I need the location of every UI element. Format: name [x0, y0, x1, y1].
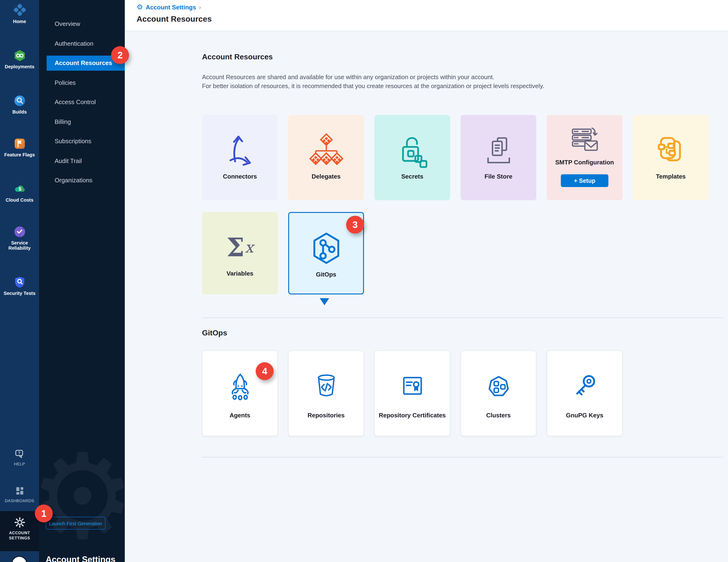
annotation-badge-1: 1 [35, 505, 53, 522]
sidebar-item-account-settings[interactable]: ACCOUNT SETTINGS [0, 516, 39, 541]
sidebar-item-label: Cloud Costs [0, 197, 39, 202]
sidebar-item-help[interactable]: ? HELP [0, 449, 39, 467]
gnupg-keys-card[interactable]: GnuPG Keys [547, 351, 623, 436]
connectors-card[interactable]: Connectors [202, 115, 278, 200]
section-description: Account Resources are shared and availab… [202, 73, 544, 90]
card-label: Variables [204, 265, 275, 282]
card-label: Agents [205, 407, 275, 424]
description-line: Account Resources are shared and availab… [202, 73, 544, 81]
card-label: Clusters [463, 407, 534, 424]
security-tests-icon [0, 275, 39, 289]
help-icon: ? [0, 449, 39, 460]
card-label: File Store [463, 168, 534, 185]
section-title: Account Resources [202, 53, 273, 61]
repository-certificates-icon [375, 361, 450, 411]
repositories-card[interactable]: Repositories [288, 351, 364, 436]
section-divider [202, 457, 723, 457]
sidebar-item-deployments[interactable]: Deployments [0, 49, 39, 69]
svg-text:$: $ [18, 186, 21, 191]
sidebar-item-label: Deployments [0, 64, 39, 69]
page-header: ⚙ Account Settings › Account Resources [125, 0, 728, 31]
sidebar-item-label: Feature Flags [0, 152, 39, 157]
settings-nav-authentication[interactable]: Authentication [39, 34, 125, 53]
builds-icon [0, 94, 39, 107]
repositories-icon [289, 361, 364, 411]
sidebar-item-label: HELP [0, 462, 39, 467]
templates-card[interactable]: Templates [633, 115, 709, 200]
user-avatar[interactable]: MC [11, 556, 27, 562]
clusters-icon [461, 361, 536, 411]
card-label: SMTP Configuration [549, 154, 620, 169]
sidebar-item-label: Service Reliability [0, 240, 39, 250]
sidebar-item-security-tests[interactable]: Security Tests [0, 275, 39, 296]
settings-nav-list: Overview Authentication Account Resource… [39, 14, 125, 190]
resource-cards-row-1: Connectors [202, 115, 709, 200]
gitops-pointer-icon [320, 298, 329, 305]
sidebar-item-label: Builds [0, 109, 39, 114]
launch-first-generation-button[interactable]: Launch First Generation [46, 517, 105, 530]
deployments-icon [0, 49, 39, 62]
gear-watermark-icon: ⚙ [39, 438, 125, 556]
card-label: GitOps [291, 266, 361, 283]
feature-flags-icon [0, 137, 39, 150]
primary-sidebar: Home Deployments Builds [0, 0, 39, 562]
sidebar-item-dashboards[interactable]: DASHBOARDS [0, 485, 39, 504]
sidebar-item-label: DASHBOARDS [0, 498, 39, 504]
sidebar-item-feature-flags[interactable]: Feature Flags [0, 137, 39, 157]
settings-nav-subscriptions[interactable]: Subscriptions [39, 131, 125, 151]
service-reliability-icon [0, 225, 39, 238]
resource-cards-row-2: Σx Variables GitOps [202, 212, 364, 295]
sidebar-item-label: ACCOUNT SETTINGS [0, 530, 39, 541]
settings-nav-billing[interactable]: Billing [39, 112, 125, 131]
sidebar-item-service-reliability[interactable]: Service Reliability [0, 225, 39, 250]
sidebar-item-label: Security Tests [0, 291, 39, 296]
file-store-card[interactable]: File Store [461, 115, 536, 200]
gear-icon [0, 516, 39, 529]
sidebar-item-label: Home [0, 19, 39, 24]
settings-panel-title: Account Settings [46, 555, 115, 562]
smtp-setup-button[interactable]: + Setup [561, 174, 608, 187]
description-line: For better isolation of resources, it is… [202, 81, 544, 90]
delegates-card[interactable]: Delegates [288, 115, 364, 200]
sidebar-item-home[interactable]: Home [0, 3, 39, 24]
page-title: Account Resources [137, 15, 212, 24]
annotation-badge-3: 3 [346, 216, 364, 234]
settings-sidebar: ⚙ Overview Authentication Account Resour… [39, 0, 125, 562]
card-label: Connectors [204, 168, 275, 185]
repository-certificates-card[interactable]: Repository Certificates [374, 351, 450, 436]
card-label: Delegates [291, 168, 362, 185]
settings-nav-policies[interactable]: Policies [39, 73, 125, 92]
section-divider [202, 318, 723, 318]
app-window: Home Deployments Builds [0, 0, 728, 562]
home-icon [0, 3, 39, 17]
card-label: Repositories [291, 407, 361, 424]
sidebar-item-builds[interactable]: Builds [0, 94, 39, 114]
breadcrumb[interactable]: ⚙ Account Settings › [137, 4, 201, 11]
card-label: Repository Certificates [377, 407, 447, 424]
settings-nav-overview[interactable]: Overview [39, 14, 125, 34]
sidebar-item-cloud-costs[interactable]: $ Cloud Costs [0, 182, 39, 202]
card-label: Secrets [377, 168, 448, 185]
main-area: ⚙ Account Settings › Account Resources A… [125, 0, 728, 562]
variables-card[interactable]: Σx Variables [202, 212, 278, 295]
card-label: Templates [635, 168, 706, 185]
annotation-badge-4: 4 [256, 362, 274, 380]
cloud-costs-icon: $ [0, 182, 39, 195]
clusters-card[interactable]: Clusters [461, 351, 536, 436]
card-label: GnuPG Keys [550, 407, 620, 424]
page-content: Account Resources Account Resources are … [125, 31, 728, 562]
settings-nav-audit-trail[interactable]: Audit Trail [39, 151, 125, 170]
avatar-initials: MC [15, 561, 23, 562]
settings-nav-organizations[interactable]: Organizations [39, 170, 125, 190]
breadcrumb-link[interactable]: Account Settings [146, 4, 196, 11]
screenshot-viewport: Home Deployments Builds [0, 0, 728, 562]
gitops-section-title: GitOps [202, 329, 227, 337]
smtp-configuration-card[interactable]: SMTP Configuration + Setup [547, 115, 623, 200]
settings-nav-access-control[interactable]: Access Control [39, 92, 125, 112]
gnupg-keys-icon [547, 361, 622, 411]
secrets-card[interactable]: Secrets [374, 115, 450, 200]
dashboards-icon [0, 485, 39, 497]
svg-text:?: ? [18, 451, 20, 455]
breadcrumb-gear-icon: ⚙ [137, 4, 143, 11]
annotation-badge-2: 2 [111, 46, 129, 64]
